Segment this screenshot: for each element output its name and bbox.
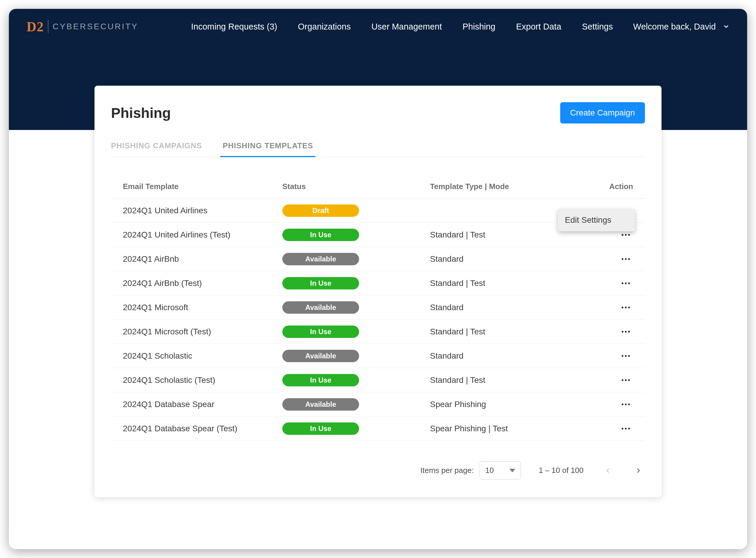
svg-point-9 [622,307,623,308]
col-status: Status [282,182,430,191]
welcome-text: Welcome back, David [633,22,716,32]
cell-action [607,279,633,288]
cell-status: In Use [282,326,430,338]
brand-text: CYBERSECURITY [53,22,138,31]
more-actions-icon[interactable] [618,376,633,385]
cell-email-template: 2024Q1 AirBnb (Test) [123,279,282,288]
chevron-down-icon [723,23,729,30]
cell-status: In Use [282,277,430,289]
more-actions-icon[interactable] [618,327,633,336]
tab-phishing-campaigns[interactable]: PHISHING CAMPAIGNS [111,138,202,157]
main-card: Phishing Create Campaign PHISHING CAMPAI… [95,86,661,497]
nav-incoming-requests[interactable]: Incoming Requests (3) [191,22,277,32]
svg-point-7 [625,282,627,284]
cell-email-template: 2024Q1 Database Spear (Test) [123,424,282,433]
cell-template-type: Spear Phishing | Test [430,424,607,433]
col-action: Action [607,182,633,191]
cell-status: In Use [282,374,430,386]
svg-point-18 [622,379,623,381]
tabs: PHISHING CAMPAIGNS PHISHING TEMPLATES [111,138,645,157]
brand: D2 CYBERSECURITY [27,19,138,34]
status-pill: Draft [282,204,359,217]
cell-action [607,230,633,239]
more-actions-icon[interactable] [618,424,633,433]
svg-point-13 [625,331,627,333]
svg-point-4 [625,258,627,260]
brand-logo: D2 [27,19,44,34]
svg-point-21 [622,404,623,405]
cell-email-template: 2024Q1 Database Spear [123,400,282,409]
cell-status: Available [282,253,430,265]
col-template-type: Template Type | Mode [430,182,607,191]
nav-user-management[interactable]: User Management [371,22,442,32]
status-pill: Available [282,301,359,314]
status-pill: Available [282,253,359,265]
app-window: D2 CYBERSECURITY Incoming Requests (3) O… [9,9,747,549]
table-header: Email Template Status Template Type | Mo… [111,175,645,199]
svg-point-1 [625,234,627,236]
cell-template-type: Standard | Test [430,327,607,336]
svg-point-14 [628,331,630,333]
svg-point-6 [622,282,623,284]
nav-phishing[interactable]: Phishing [463,22,495,32]
table-row: 2024Q1 Microsoft (Test)In UseStandard | … [111,320,645,344]
cell-action [607,255,633,263]
more-actions-icon[interactable] [618,230,633,239]
more-actions-icon[interactable] [618,352,633,360]
more-actions-icon[interactable] [618,279,633,288]
svg-point-12 [622,331,623,333]
nav-export-data[interactable]: Export Data [516,22,561,32]
cell-status: Available [282,301,430,314]
table-row: 2024Q1 ScholasticAvailableStandard [111,344,645,368]
cell-email-template: 2024Q1 Scholastic (Test) [123,376,282,385]
more-actions-icon[interactable] [618,400,633,409]
status-pill: In Use [282,229,359,241]
page-title: Phishing [111,105,171,121]
svg-point-24 [622,428,623,430]
status-pill: Available [282,398,359,411]
row-action-menu[interactable]: Edit Settings [558,209,635,231]
cell-status: Draft [282,204,430,217]
nav-organizations[interactable]: Organizations [298,22,351,32]
nav-settings[interactable]: Settings [582,22,613,32]
svg-point-23 [628,404,630,405]
table-row: 2024Q1 AirBnb (Test)In UseStandard | Tes… [111,271,645,296]
svg-point-0 [622,234,623,236]
more-actions-icon[interactable] [618,303,633,312]
cell-action [607,376,633,385]
cell-email-template: 2024Q1 United Airlines (Test) [123,230,282,239]
items-per-page-select[interactable]: 10 [479,461,521,479]
status-pill: Available [282,350,359,362]
cell-action [607,303,633,312]
svg-point-11 [628,307,630,308]
cell-status: Available [282,350,430,362]
create-campaign-button[interactable]: Create Campaign [560,102,645,124]
table-row: 2024Q1 Database Spear (Test)In UseSpear … [111,416,645,441]
svg-point-17 [628,355,630,357]
svg-point-20 [628,379,630,381]
items-per-page-value: 10 [485,466,494,475]
cell-email-template: 2024Q1 Microsoft [123,303,282,312]
svg-point-22 [625,404,627,405]
pagination-range: 1 – 10 of 100 [539,466,583,475]
prev-page-button[interactable] [601,464,614,477]
svg-point-5 [628,258,630,260]
cell-template-type: Standard | Test [430,279,607,288]
svg-point-3 [622,258,623,260]
user-menu[interactable]: Welcome back, David [633,22,729,32]
svg-point-15 [622,355,623,357]
tab-phishing-templates[interactable]: PHISHING TEMPLATES [223,138,313,157]
table-row: 2024Q1 AirBnbAvailableStandard [111,247,645,271]
status-pill: In Use [282,423,359,435]
next-page-button[interactable] [632,464,645,477]
svg-point-16 [625,355,627,357]
more-actions-icon[interactable] [618,255,633,263]
cell-action [607,352,633,360]
cell-action [607,400,633,409]
status-pill: In Use [282,326,359,338]
cell-email-template: 2024Q1 Scholastic [123,351,282,361]
cell-template-type: Standard | Test [430,230,607,239]
svg-point-10 [625,307,627,308]
triangle-down-icon [510,469,515,472]
cell-email-template: 2024Q1 Microsoft (Test) [123,327,282,336]
